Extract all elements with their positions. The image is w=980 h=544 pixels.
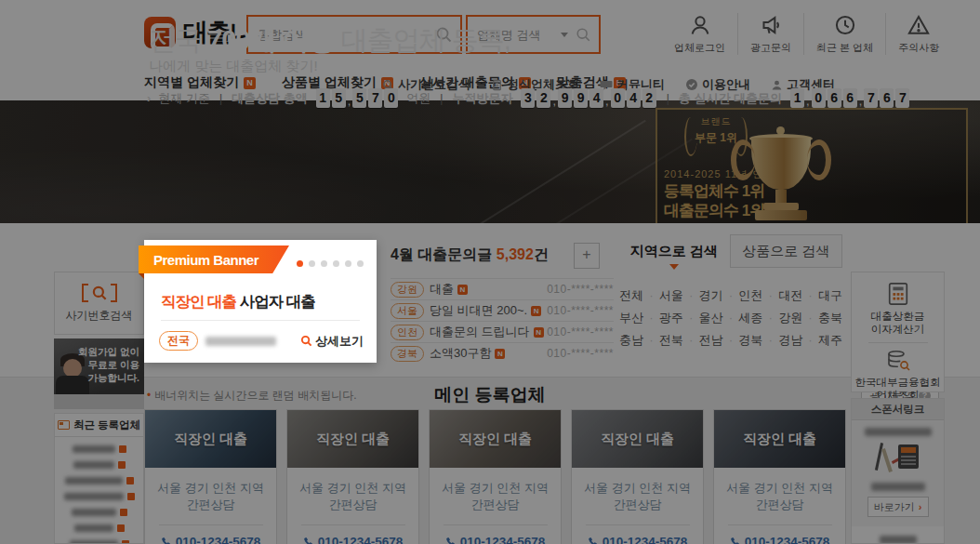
banner-pagination [297,260,364,267]
pagination-dot[interactable] [357,260,364,267]
premium-banner-card[interactable]: Premium Banner 직장인 대출 사업자 대출 전국 상세보기 [144,240,377,363]
pagination-dot[interactable] [345,260,351,267]
pagination-dot[interactable] [333,260,339,267]
ribbon-fold [139,273,144,279]
pagination-dot[interactable] [321,260,327,267]
premium-ribbon: Premium Banner [139,245,289,273]
premium-title: 직장인 대출 사업자 대출 [161,292,315,312]
region-pill: 전국 [159,331,198,351]
masked-company-name [205,337,276,346]
pagination-dot[interactable] [297,260,303,267]
pagination-dot[interactable] [309,260,315,267]
page: 대출나라 업체로그인 광고문의 최근 본 업체 주의사항 [0,0,980,544]
detail-link[interactable]: 상세보기 [300,333,364,350]
